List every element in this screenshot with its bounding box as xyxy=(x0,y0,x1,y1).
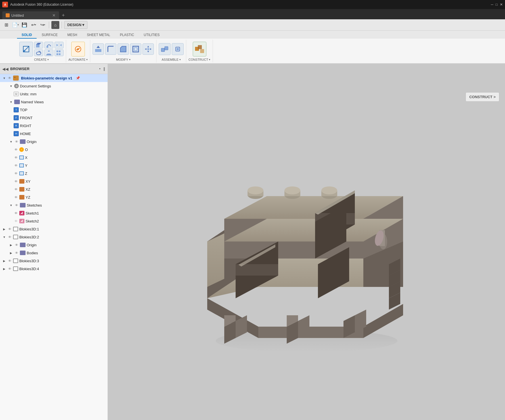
origin-arrow[interactable]: ▼ xyxy=(9,140,13,144)
doc-settings-arrow[interactable]: ▼ xyxy=(9,84,13,88)
tree-blokies4[interactable]: ▶ 👁 Blokies3D:4 xyxy=(0,265,108,273)
modify-label[interactable]: MODIFY ▾ xyxy=(116,58,131,61)
tree-origin-yz[interactable]: 👁 YZ xyxy=(0,193,108,201)
blokies3-eye-icon[interactable]: 👁 xyxy=(7,259,12,263)
undo-btn[interactable]: ↩▾ xyxy=(30,21,37,29)
browser-menu-btn[interactable]: • xyxy=(99,67,100,71)
tree-sketch2[interactable]: 👁 Sketch2 xyxy=(0,217,108,225)
blokies3-arrow[interactable]: ▶ xyxy=(2,259,6,263)
tree-blokies2-origin[interactable]: ▶ 👁 Origin xyxy=(0,241,108,249)
tab-plastic[interactable]: PLASTIC xyxy=(115,32,139,39)
tree-origin[interactable]: ▼ 👁 Origin xyxy=(0,138,108,146)
tree-blokies3[interactable]: ▶ 👁 Blokies3D:3 xyxy=(0,257,108,265)
automate-label[interactable]: AUTOMATE ▾ xyxy=(68,58,88,61)
mirror-btn[interactable] xyxy=(55,42,64,49)
tree-origin-z[interactable]: 👁 Z xyxy=(0,169,108,177)
y-eye-icon[interactable]: 👁 xyxy=(14,163,18,168)
revolve-btn[interactable] xyxy=(34,49,43,56)
tab-sheet-metal[interactable]: SHEET METAL xyxy=(82,32,115,39)
create-label[interactable]: CREATE ▾ xyxy=(34,58,49,61)
tab-mesh[interactable]: MESH xyxy=(63,32,82,39)
viewport[interactable]: CONSTRUCT > xyxy=(108,64,505,420)
tree-root[interactable]: ▼ 👁 Blokies-parametric design v1 📌 xyxy=(0,74,108,82)
named-views-arrow[interactable]: ▼ xyxy=(9,100,13,104)
chamfer-btn[interactable] xyxy=(118,43,129,55)
browser-resize-btn[interactable]: ‖ xyxy=(103,67,105,71)
new-tab-btn[interactable]: + xyxy=(59,11,68,19)
tree-blokies2[interactable]: ▼ 👁 Blokies3D:2 xyxy=(0,233,108,241)
extrude-btn[interactable] xyxy=(34,42,43,49)
z-eye-icon[interactable]: 👁 xyxy=(14,171,18,176)
design-dropdown[interactable]: DESIGN ▾ xyxy=(64,21,87,29)
construct-overlay-label[interactable]: CONSTRUCT > xyxy=(466,92,499,102)
sketch1-eye-icon[interactable]: 👁 xyxy=(14,211,18,215)
sketch-btn[interactable] xyxy=(19,42,33,56)
new-btn[interactable]: 📄▾ xyxy=(11,21,19,29)
sketch2-eye-icon[interactable]: 👁 xyxy=(14,219,18,223)
o-eye-icon[interactable]: 👁 xyxy=(14,147,18,152)
redo-btn[interactable]: ↪▾ xyxy=(39,21,47,29)
document-tab[interactable]: Untitled ✕ xyxy=(2,11,59,19)
save-btn[interactable]: 💾 xyxy=(20,21,28,29)
tab-surface[interactable]: SURFACE xyxy=(37,32,62,39)
blokies1-eye-icon[interactable]: 👁 xyxy=(7,227,12,231)
pattern-btn[interactable] xyxy=(55,49,64,56)
blokies4-arrow[interactable]: ▶ xyxy=(2,267,6,271)
press-pull-btn[interactable] xyxy=(93,43,104,55)
assemble2-btn[interactable] xyxy=(172,43,184,55)
maximize-btn[interactable]: □ xyxy=(496,3,498,7)
tree-origin-y[interactable]: 👁 Y xyxy=(0,161,108,169)
tree-origin-x[interactable]: 👁 X xyxy=(0,154,108,161)
sketches-arrow[interactable]: ▼ xyxy=(9,203,13,207)
root-arrow[interactable]: ▼ xyxy=(2,76,6,80)
tree-blokies1[interactable]: ▶ 👁 Blokies3D:1 xyxy=(0,225,108,233)
assemble-label[interactable]: ASSEMBLE ▾ xyxy=(162,58,181,61)
construct-btn[interactable] xyxy=(193,42,206,56)
root-pin-icon[interactable]: 📌 xyxy=(76,76,80,80)
tree-origin-xy[interactable]: 👁 XY xyxy=(0,177,108,185)
tree-sketch1[interactable]: 👁 Sketch1 xyxy=(0,209,108,217)
shell-btn[interactable] xyxy=(130,43,141,55)
blokies2-arrow[interactable]: ▼ xyxy=(2,235,6,239)
tree-sketches[interactable]: ▼ 👁 Sketches xyxy=(0,201,108,209)
tree-view-home[interactable]: H HOME xyxy=(0,130,108,138)
blokies1-arrow[interactable]: ▶ xyxy=(2,227,6,231)
b2-bodies-eye-icon[interactable]: 👁 xyxy=(14,251,19,255)
fillet-btn[interactable] xyxy=(105,43,116,55)
tree-doc-settings[interactable]: ▼ ⚙ Document Settings xyxy=(0,82,108,90)
construct-label[interactable]: CONSTRUCT ▾ xyxy=(188,58,210,61)
home-btn[interactable]: ⌂ xyxy=(51,21,59,29)
automate-btn[interactable] xyxy=(71,42,85,56)
b2-bodies-arrow[interactable]: ▶ xyxy=(9,251,13,255)
tree-view-top[interactable]: T TOP xyxy=(0,106,108,114)
blokies2-eye-icon[interactable]: 👁 xyxy=(7,235,12,239)
tree-blokies2-bodies[interactable]: ▶ 👁 Bodies xyxy=(0,249,108,257)
tree-view-front[interactable]: F FRONT xyxy=(0,114,108,122)
root-eye-icon[interactable]: 👁 xyxy=(7,76,12,80)
tree-units[interactable]: U Units: mm xyxy=(0,90,108,98)
origin-eye-icon[interactable]: 👁 xyxy=(14,139,19,144)
b2-origin-arrow[interactable]: ▶ xyxy=(9,243,13,247)
tree-origin-o[interactable]: 👁 + O xyxy=(0,146,108,154)
sweep-btn[interactable] xyxy=(44,42,53,49)
tree-origin-xz[interactable]: 👁 XZ xyxy=(0,185,108,193)
sketches-eye-icon[interactable]: 👁 xyxy=(14,203,19,207)
tab-close-icon[interactable]: ✕ xyxy=(52,13,56,18)
blokies4-eye-icon[interactable]: 👁 xyxy=(7,266,12,271)
x-eye-icon[interactable]: 👁 xyxy=(14,155,18,160)
b2-origin-eye-icon[interactable]: 👁 xyxy=(14,243,19,247)
tree-view-right[interactable]: R RIGHT xyxy=(0,122,108,130)
tab-solid[interactable]: SOLID xyxy=(17,32,37,39)
minimize-btn[interactable]: ─ xyxy=(491,3,493,7)
loft-btn[interactable] xyxy=(44,49,53,56)
tree-named-views[interactable]: ▼ Named Views xyxy=(0,98,108,106)
move-copy-btn[interactable] xyxy=(143,43,154,55)
grid-menu-btn[interactable]: ⊞ xyxy=(2,21,10,29)
close-btn[interactable]: ✕ xyxy=(500,3,503,7)
browser-collapse-btn[interactable]: ◀◀ xyxy=(2,67,9,71)
tab-utilities[interactable]: UTILITIES xyxy=(139,32,164,39)
yz-eye-icon[interactable]: 👁 xyxy=(14,195,18,200)
assemble1-btn[interactable] xyxy=(159,43,171,55)
xy-eye-icon[interactable]: 👁 xyxy=(14,179,18,184)
xz-eye-icon[interactable]: 👁 xyxy=(14,187,18,192)
